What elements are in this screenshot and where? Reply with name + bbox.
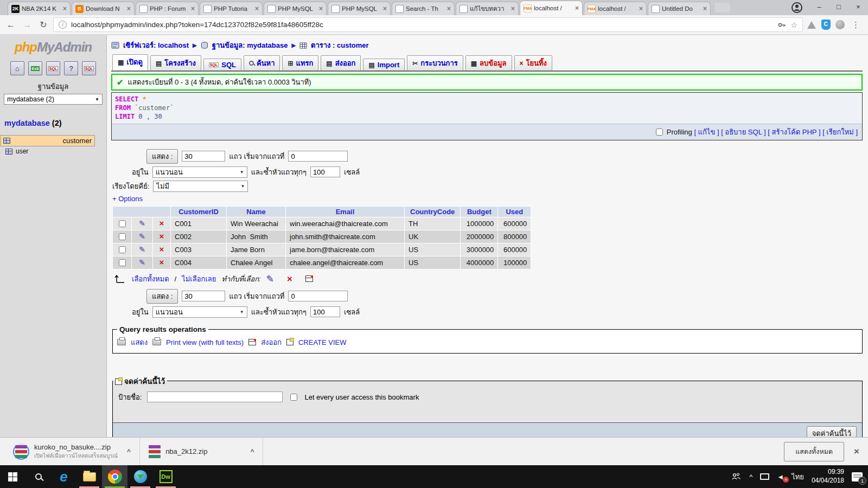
- tray-chevron-up-icon[interactable]: ^: [749, 473, 752, 481]
- show-button[interactable]: แสดง :: [146, 149, 178, 164]
- tab-close-icon[interactable]: ×: [127, 5, 131, 12]
- delete-row-icon[interactable]: ×: [159, 245, 164, 254]
- bookmark-public-checkbox[interactable]: [290, 394, 297, 401]
- refresh-link[interactable]: [ เรียกใหม่ ]: [822, 128, 858, 136]
- language-indicator[interactable]: ไทย: [792, 471, 804, 483]
- tab-drop[interactable]: ×โยนทิ้ง: [514, 55, 552, 70]
- browser-tab-php-mysql-2[interactable]: PHP MySQL×: [328, 2, 391, 15]
- database-heading-link[interactable]: mydatabase: [4, 119, 50, 127]
- people-icon[interactable]: [731, 472, 742, 481]
- forward-button[interactable]: →: [21, 20, 34, 30]
- tab-insert[interactable]: ⊞แทรก: [282, 55, 318, 70]
- printer-icon[interactable]: [117, 339, 126, 345]
- tab-close-icon[interactable]: ×: [639, 5, 643, 12]
- taskbar-idm-button[interactable]: [127, 465, 153, 488]
- download-menu-chevron-icon[interactable]: ^: [127, 448, 131, 455]
- tab-close-icon[interactable]: ×: [191, 5, 195, 12]
- edit-row-icon[interactable]: ✎: [139, 258, 145, 267]
- home-icon[interactable]: ⌂: [10, 61, 24, 75]
- rows-count-input[interactable]: [182, 291, 225, 301]
- reload-button[interactable]: ↻: [37, 20, 50, 30]
- explain-sql-link[interactable]: [ อธิบาย SQL ]: [721, 128, 766, 136]
- browser-tab-localhost-active[interactable]: PMAlocalhost /×: [520, 1, 583, 15]
- taskbar-dreamweaver-button[interactable]: Dw: [153, 465, 178, 488]
- key-icon[interactable]: [777, 21, 786, 29]
- docs-help-icon[interactable]: ?: [64, 61, 78, 75]
- tab-close-icon[interactable]: ×: [63, 5, 67, 12]
- print-view-link[interactable]: แสดง: [131, 337, 148, 348]
- tab-sql[interactable]: SQLSQL: [203, 59, 241, 70]
- tab-close-icon[interactable]: ×: [511, 5, 515, 12]
- column-header-email[interactable]: Email: [286, 207, 404, 217]
- sql-history-icon[interactable]: SQL: [82, 61, 96, 75]
- tab-import[interactable]: ▤Import: [363, 59, 405, 70]
- close-downloads-bar-icon[interactable]: ×: [854, 446, 859, 457]
- browser-tab-php-mysql-1[interactable]: PHP MySQL×: [264, 2, 327, 15]
- network-display-icon[interactable]: [760, 473, 769, 480]
- close-window-button[interactable]: ×: [848, 0, 868, 14]
- taskbar-explorer-button[interactable]: [76, 465, 102, 488]
- uncheck-all-link[interactable]: ไม่เลือกเลย: [182, 273, 216, 285]
- column-header-name[interactable]: Name: [227, 207, 285, 217]
- profiling-checkbox[interactable]: [656, 129, 663, 136]
- download-item-kuroko[interactable]: kuroko_no_basuke....zip เปิดไฟล์เมื่อดาว…: [4, 438, 140, 465]
- download-menu-chevron-icon[interactable]: ^: [250, 448, 254, 455]
- extension-globe-icon[interactable]: [834, 20, 845, 30]
- sidebar-item-customer[interactable]: customer: [0, 135, 95, 146]
- row-checkbox[interactable]: [119, 220, 126, 227]
- column-header-used[interactable]: Used: [498, 207, 531, 217]
- new-tab-button[interactable]: [715, 3, 730, 12]
- create-view-link[interactable]: CREATE VIEW: [298, 338, 347, 346]
- tab-browse[interactable]: ▦เปิดดู: [112, 54, 148, 70]
- tab-search[interactable]: ค้นหา: [244, 55, 280, 70]
- column-header-countrycode[interactable]: CountryCode: [405, 207, 460, 217]
- bookmark-star-icon[interactable]: ☆: [790, 21, 797, 29]
- edit-sql-link[interactable]: [ แก้ไข ]: [694, 128, 719, 136]
- volume-muted-icon[interactable]: ◄×: [777, 473, 784, 481]
- browser-tab-edit-article[interactable]: แก้ไขบทควา×: [456, 2, 519, 15]
- taskbar-chrome-button[interactable]: [102, 465, 127, 488]
- delete-selected-icon[interactable]: ×: [287, 274, 292, 284]
- profile-icon[interactable]: [791, 2, 803, 14]
- bookmark-submit-button[interactable]: จดค่าค้นนี้ไว้: [807, 426, 857, 437]
- action-center-icon[interactable]: 1: [852, 472, 863, 481]
- printer-icon[interactable]: [152, 339, 161, 345]
- taskbar-edge-button[interactable]: e: [51, 465, 76, 488]
- tab-close-icon[interactable]: ×: [703, 5, 707, 12]
- row-checkbox[interactable]: [119, 246, 126, 253]
- repeat-headers-input[interactable]: [310, 306, 340, 317]
- browser-tab-search[interactable]: Search - Th×: [392, 2, 455, 15]
- print-view-full-link[interactable]: Print view (with full texts): [166, 338, 244, 346]
- tab-export[interactable]: ▤ส่งออก: [321, 55, 361, 70]
- sort-key-select[interactable]: ไม่มี▼: [153, 181, 248, 192]
- sql-window-icon[interactable]: SQL: [46, 61, 60, 75]
- browser-tab-localhost-2[interactable]: PMAlocalhost /×: [584, 2, 647, 15]
- page-info-icon[interactable]: i: [59, 21, 67, 29]
- tab-close-icon[interactable]: ×: [575, 4, 579, 12]
- browser-tab-download[interactable]: BDownload N×: [72, 2, 135, 15]
- tab-structure[interactable]: ▤โครงสร้าง: [150, 55, 201, 70]
- extension-drive-icon[interactable]: [806, 20, 817, 30]
- tab-operations[interactable]: ✂กระบวนการ: [407, 55, 463, 70]
- sidebar-item-user[interactable]: user: [0, 146, 106, 156]
- edit-row-icon[interactable]: ✎: [139, 232, 145, 241]
- rows-count-input[interactable]: [182, 151, 225, 162]
- start-row-input[interactable]: [288, 291, 348, 301]
- tab-close-icon[interactable]: ×: [447, 5, 451, 12]
- browser-tab-php-forum[interactable]: PHP : Forum×: [136, 2, 199, 15]
- edit-row-icon[interactable]: ✎: [139, 245, 145, 254]
- edit-row-icon[interactable]: ✎: [139, 219, 145, 228]
- breadcrumb-database-link[interactable]: ฐานข้อมูล: mydatabase: [212, 40, 288, 51]
- delete-row-icon[interactable]: ×: [159, 232, 164, 241]
- taskbar-clock[interactable]: 09:39 04/04/2018: [812, 468, 844, 485]
- address-bar[interactable]: i localhost/phpmyadmin/index.php?token=1…: [53, 17, 803, 32]
- maximize-button[interactable]: □: [829, 0, 848, 14]
- row-checkbox[interactable]: [119, 259, 126, 266]
- display-mode-select[interactable]: แนวนอน▼: [152, 166, 247, 178]
- breadcrumb-table-link[interactable]: ตาราง : customer: [311, 40, 368, 51]
- minimize-button[interactable]: –: [809, 0, 829, 14]
- delete-row-icon[interactable]: ×: [159, 219, 164, 228]
- extension-shield-icon[interactable]: C: [820, 20, 831, 30]
- breadcrumb-server-link[interactable]: เซิร์ฟเวอร์: localhost: [123, 40, 189, 51]
- create-php-code-link[interactable]: [ สร้างโค้ด PHP ]: [768, 128, 820, 136]
